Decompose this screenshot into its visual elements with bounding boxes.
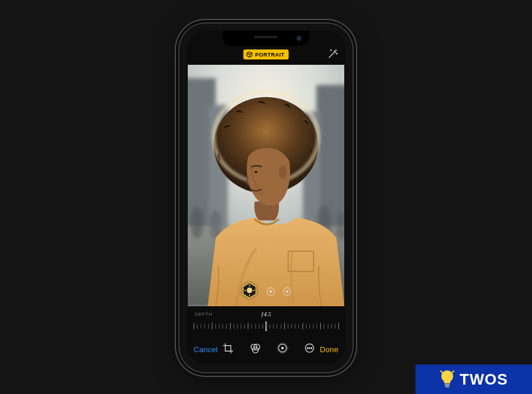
filters-tool-button[interactable]	[250, 343, 261, 355]
more-tools-button[interactable]	[304, 343, 315, 355]
svg-point-29	[307, 347, 308, 349]
iphone-device-frame: PORTRAIT	[179, 24, 353, 372]
auto-enhance-button[interactable]	[325, 48, 340, 62]
svg-point-26	[281, 347, 283, 349]
portrait-lighting-option-2[interactable]	[283, 287, 291, 296]
iphone-notch	[222, 31, 310, 46]
portrait-lighting-option-1[interactable]	[267, 287, 275, 296]
crop-rotate-icon	[222, 343, 234, 356]
photo-edit-screen: PORTRAIT	[187, 31, 345, 365]
toolbar-tools	[222, 343, 315, 355]
depth-label-row: DEPTH ƒ4.5	[194, 309, 338, 319]
cube-icon	[247, 51, 253, 58]
depth-slider[interactable]	[194, 322, 338, 332]
cancel-button[interactable]: Cancel	[194, 345, 218, 354]
depth-control-row: DEPTH ƒ4.5	[187, 306, 345, 337]
adjust-tool-button[interactable]	[277, 343, 288, 355]
done-button[interactable]: Done	[320, 345, 338, 354]
svg-point-31	[311, 347, 312, 349]
svg-line-35	[441, 371, 443, 373]
svg-line-36	[453, 371, 454, 373]
iphone-bezel: PORTRAIT	[187, 31, 345, 365]
filters-icon	[250, 342, 261, 356]
photo-preview[interactable]	[188, 65, 344, 306]
crop-tool-button[interactable]	[222, 343, 234, 355]
front-camera	[297, 36, 301, 41]
lighting-option-dot-icon	[286, 290, 288, 293]
svg-rect-32	[445, 384, 450, 386]
svg-point-30	[309, 347, 310, 349]
twos-watermark: TWOS	[415, 365, 532, 394]
portrait-mode-label: PORTRAIT	[255, 52, 285, 58]
portrait-lighting-picker[interactable]	[188, 283, 344, 300]
watermark-text: TWOS	[460, 370, 508, 389]
portrait-lighting-selected[interactable]	[241, 283, 258, 300]
magic-wand-icon	[327, 48, 338, 62]
edit-bottom-toolbar: Cancel	[187, 337, 345, 365]
svg-point-12	[279, 165, 287, 179]
portrait-photo-illustration	[188, 65, 344, 306]
aperture-value: ƒ4.5	[261, 311, 271, 317]
svg-point-13	[254, 171, 257, 173]
portrait-lighting-hexagon-icon	[241, 282, 258, 302]
adjust-dial-icon	[277, 342, 288, 356]
speaker-grille	[254, 36, 278, 38]
lighting-option-dot-icon	[270, 290, 272, 293]
portrait-mode-badge[interactable]: PORTRAIT	[244, 49, 289, 59]
svg-rect-33	[445, 386, 450, 388]
svg-point-6	[190, 206, 204, 239]
lightbulb-icon	[440, 369, 455, 389]
depth-label: DEPTH	[195, 312, 212, 317]
more-ellipsis-icon	[304, 342, 315, 356]
